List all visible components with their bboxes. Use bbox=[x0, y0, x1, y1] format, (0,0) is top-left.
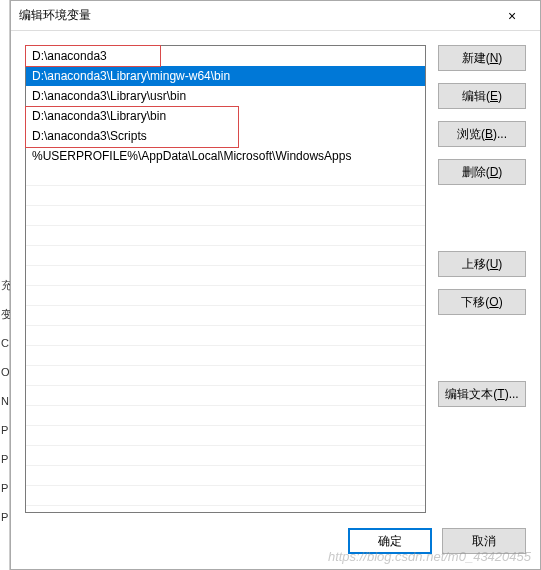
empty-row bbox=[26, 326, 425, 346]
empty-row bbox=[26, 166, 425, 186]
close-button[interactable]: × bbox=[492, 2, 532, 30]
empty-row bbox=[26, 466, 425, 486]
background-char: P bbox=[0, 454, 9, 465]
empty-row bbox=[26, 446, 425, 466]
empty-row bbox=[26, 246, 425, 266]
dialog-footer: 确定 取消 bbox=[11, 523, 540, 569]
list-item[interactable]: D:\anaconda3\Library\mingw-w64\bin bbox=[26, 66, 425, 86]
move-up-button[interactable]: 上移(U) bbox=[438, 251, 526, 277]
button-sidebar: 新建(N) 编辑(E) 浏览(B)... 删除(D) 上移(U) 下移(O) 编… bbox=[438, 45, 526, 513]
empty-row bbox=[26, 266, 425, 286]
ok-button[interactable]: 确定 bbox=[348, 528, 432, 554]
close-icon: × bbox=[508, 8, 516, 24]
background-char: 变 bbox=[0, 309, 9, 320]
background-char: N bbox=[0, 396, 9, 407]
list-item[interactable]: D:\anaconda3\Library\bin bbox=[26, 106, 425, 126]
edit-env-var-dialog: 编辑环境变量 × D:\anaconda3D:\anaconda3\Librar… bbox=[10, 0, 541, 570]
browse-button[interactable]: 浏览(B)... bbox=[438, 121, 526, 147]
delete-button[interactable]: 删除(D) bbox=[438, 159, 526, 185]
list-item[interactable]: D:\anaconda3 bbox=[26, 46, 425, 66]
empty-row bbox=[26, 386, 425, 406]
path-listbox[interactable]: D:\anaconda3D:\anaconda3\Library\mingw-w… bbox=[25, 45, 426, 513]
titlebar: 编辑环境变量 × bbox=[11, 1, 540, 31]
list-item[interactable]: D:\anaconda3\Library\usr\bin bbox=[26, 86, 425, 106]
dialog-content: D:\anaconda3D:\anaconda3\Library\mingw-w… bbox=[11, 31, 540, 523]
background-char: P bbox=[0, 425, 9, 436]
empty-row bbox=[26, 366, 425, 386]
background-left-edge: 充变CONPPPP bbox=[0, 0, 10, 570]
move-down-button[interactable]: 下移(O) bbox=[438, 289, 526, 315]
new-button[interactable]: 新建(N) bbox=[438, 45, 526, 71]
cancel-button[interactable]: 取消 bbox=[442, 528, 526, 554]
background-char: P bbox=[0, 512, 9, 523]
empty-row bbox=[26, 426, 425, 446]
background-char: O bbox=[0, 367, 9, 378]
list-item[interactable]: %USERPROFILE%\AppData\Local\Microsoft\Wi… bbox=[26, 146, 425, 166]
background-char: P bbox=[0, 483, 9, 494]
list-item[interactable]: D:\anaconda3\Scripts bbox=[26, 126, 425, 146]
empty-row bbox=[26, 206, 425, 226]
empty-row bbox=[26, 286, 425, 306]
edit-text-button[interactable]: 编辑文本(T)... bbox=[438, 381, 526, 407]
background-char: 充 bbox=[0, 280, 9, 291]
empty-row bbox=[26, 346, 425, 366]
empty-row bbox=[26, 226, 425, 246]
empty-row bbox=[26, 186, 425, 206]
empty-row bbox=[26, 306, 425, 326]
background-char: C bbox=[0, 338, 9, 349]
edit-button[interactable]: 编辑(E) bbox=[438, 83, 526, 109]
empty-row bbox=[26, 406, 425, 426]
dialog-title: 编辑环境变量 bbox=[19, 7, 492, 24]
empty-row bbox=[26, 486, 425, 506]
